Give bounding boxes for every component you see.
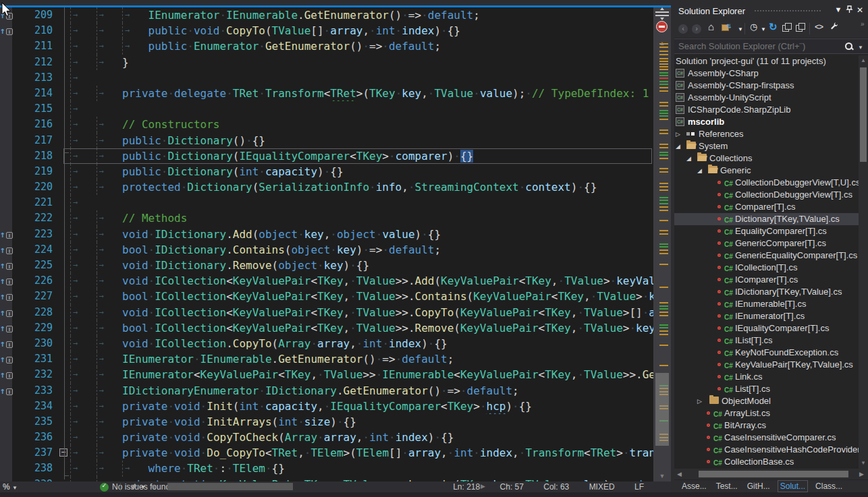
column-indicator[interactable]: Col: 63 <box>543 482 569 492</box>
chevron-down-icon[interactable]: ▼ <box>140 484 146 490</box>
code-line[interactable]: 215→ <box>0 101 653 117</box>
close-icon[interactable]: ✕ <box>855 5 865 15</box>
code-line[interactable]: 234→→private·void·Init(int·capacity,·IEq… <box>0 399 653 414</box>
code-line[interactable]: 239→→private·static·KeyValuePair<TKey,·T… <box>0 477 653 481</box>
tree-item-comparer-t-cs[interactable]: C#Comparer[T].cs <box>674 201 868 213</box>
tree-item-genericcomparer-t-cs[interactable]: C#GenericComparer[T].cs <box>674 237 868 250</box>
outlining-margin[interactable] <box>53 179 70 195</box>
tree-item-assembly-csharp-firstpass[interactable]: C#Assembly-CSharp-firstpass <box>674 80 868 92</box>
tree-item-mscorlib[interactable]: C#mscorlib <box>674 116 868 128</box>
tree-item-list-t-cs[interactable]: C#List[T].cs <box>674 383 868 395</box>
home-icon[interactable]: ⌂ <box>708 21 714 33</box>
outlining-margin[interactable] <box>53 273 70 289</box>
wrench-icon[interactable] <box>830 22 838 34</box>
outlining-margin[interactable] <box>53 367 70 382</box>
tree-horizontal-scrollbar[interactable]: ◀ ▶ <box>674 469 868 479</box>
outlining-margin[interactable] <box>53 55 70 70</box>
horizontal-scroll-thumb[interactable] <box>699 471 848 477</box>
chevron-down-icon[interactable]: ▼ <box>761 26 766 38</box>
drag-grip[interactable] <box>754 9 821 13</box>
outlining-margin[interactable] <box>53 351 70 367</box>
outlining-margin[interactable] <box>53 38 70 54</box>
outlining-margin[interactable] <box>53 258 70 273</box>
tree-item-ienumerable-t-cs[interactable]: C#IEnumerable[T].cs <box>674 298 868 310</box>
tree-item-bitarray-cs[interactable]: C#BitArray.cs <box>674 419 868 432</box>
tree-item-idictionary-tkey-tvalue-cs[interactable]: C#IDictionary[TKey,TValue].cs <box>674 286 868 298</box>
code-line[interactable]: ↑I230→→void·ICollection.CopyTo(Array·arr… <box>0 336 653 351</box>
tree-item-collectiondebuggerview-t-cs[interactable]: C#CollectionDebuggerView[T].cs <box>674 189 868 201</box>
outlining-margin[interactable] <box>53 305 70 320</box>
tree-item-caseinsensitivecomparer-cs[interactable]: C#CaseInsensitiveComparer.cs <box>674 432 868 444</box>
code-line[interactable]: ↑I223→→void·IDictionary.Add(object·key,·… <box>0 227 653 242</box>
char-indicator[interactable]: Ch: 57 <box>500 482 524 492</box>
outlining-margin[interactable] <box>53 227 70 242</box>
implements-interface-icon[interactable]: ↑I <box>0 367 12 382</box>
overflow-icon[interactable]: » <box>861 20 865 32</box>
line-indicator[interactable]: Ln: 218 <box>453 482 480 492</box>
refresh-icon[interactable]: ↻ <box>769 21 778 33</box>
outlining-margin[interactable] <box>53 164 70 179</box>
tool-tab-gith[interactable]: GitH... <box>745 481 772 492</box>
code-line[interactable]: 237−→→private·void·Do_CopyTo<TRet,·TElem… <box>0 445 653 461</box>
outlining-margin[interactable] <box>53 210 70 226</box>
forward-button[interactable]: › <box>692 23 701 35</box>
outlining-margin[interactable] <box>53 320 70 336</box>
outlining-margin[interactable] <box>53 289 70 304</box>
code-line[interactable]: ↑I232→→IEnumerator<KeyValuePair<TKey,·TV… <box>0 367 653 382</box>
tool-tab-test[interactable]: Test... <box>714 481 740 492</box>
tree-item-icsharpcode-sharpziplib[interactable]: C#ICSharpCode.SharpZipLib <box>674 104 868 116</box>
tree-item-collectionbase-cs[interactable]: C#CollectionBase.cs <box>674 456 868 468</box>
tree-item-keynotfoundexception-cs[interactable]: C#KeyNotFoundException.cs <box>674 347 868 359</box>
tool-tab-asse[interactable]: Asse... <box>680 481 709 492</box>
outlining-margin[interactable] <box>53 430 70 445</box>
pending-changes-filter-icon[interactable]: ◷ <box>750 22 757 34</box>
chevron-down-icon[interactable]: ▼ <box>858 45 863 51</box>
eol-indicator[interactable]: LF <box>634 482 644 492</box>
tree-item-genericequalitycomparer-t-cs[interactable]: C#GenericEqualityComparer[T].cs <box>674 250 868 262</box>
scroll-down-arrow[interactable]: ▼ <box>653 473 671 479</box>
implements-interface-icon[interactable]: ↑I <box>0 23 12 38</box>
code-line[interactable]: 235→→private·void·InitArrays(int·size)·{… <box>0 414 653 430</box>
expander-expanded-icon[interactable]: ◢ <box>697 165 702 177</box>
implements-interface-icon[interactable]: ↑I <box>0 351 12 367</box>
outlining-margin[interactable] <box>53 86 70 101</box>
horizontal-scroll-thumb[interactable] <box>167 483 293 490</box>
outlining-margin[interactable] <box>53 383 70 399</box>
editor-split-handle[interactable] <box>655 9 669 20</box>
code-line[interactable]: ↑I225→→void·IDictionary.Remove(object·ke… <box>0 258 653 273</box>
code-line[interactable]: 236→→private·void·CopyToCheck(Array·arra… <box>0 430 653 445</box>
tree-item-references[interactable]: ▷References <box>674 128 868 140</box>
code-line[interactable]: 217→→public·Dictionary()·{} <box>0 133 653 148</box>
encoding-indicator[interactable]: MIXED <box>589 482 615 492</box>
outlining-margin[interactable] <box>53 414 70 430</box>
implements-interface-icon[interactable]: ↑I <box>0 273 12 289</box>
tree-item-iequalitycomparer-t-cs[interactable]: C#IEqualityComparer[T].cs <box>674 322 868 334</box>
code-line[interactable]: 212→→} <box>0 55 653 70</box>
implements-interface-icon[interactable]: ↑I <box>0 305 12 320</box>
code-line[interactable]: ↑I229→→bool·ICollection<KeyValuePair<TKe… <box>0 320 653 336</box>
outlining-margin[interactable] <box>53 148 70 164</box>
code-line[interactable]: 221→ <box>0 195 653 210</box>
tool-tab-solut[interactable]: Solut... <box>778 480 808 492</box>
code-line[interactable]: 216→→// Constructors <box>0 117 653 132</box>
tree-item-system[interactable]: ◢System <box>674 140 868 152</box>
search-input[interactable] <box>677 40 832 53</box>
outlining-margin[interactable] <box>53 133 70 148</box>
implements-interface-icon[interactable]: ↑I <box>0 383 12 399</box>
expander-collapsed-icon[interactable]: ▷ <box>676 128 680 140</box>
outlining-margin[interactable] <box>53 461 70 476</box>
tree-item-collectiondebuggerview-t-u-cs[interactable]: C#CollectionDebuggerView[T,U].cs <box>674 177 868 189</box>
zoom-control[interactable]: % ▼ <box>3 482 18 492</box>
outlining-margin[interactable] <box>53 336 70 351</box>
code-line[interactable]: 211→→→public·Enumerator·GetEnumerator()·… <box>0 38 653 54</box>
tree-item-arraylist-cs[interactable]: C#ArrayList.cs <box>674 407 868 419</box>
vertical-scroll-thumb[interactable] <box>860 67 867 162</box>
scroll-right-arrow[interactable]: ▶ <box>859 471 864 477</box>
scroll-left-arrow[interactable]: ◀ <box>677 471 682 477</box>
tree-item-keyvaluepair-tkey-tvalue-cs[interactable]: C#KeyValuePair[TKey,TValue].cs <box>674 359 868 371</box>
code-line[interactable]: ↑I228→→void·ICollection<KeyValuePair<TKe… <box>0 305 653 320</box>
preview-selected-icon[interactable] <box>796 23 804 35</box>
code-line[interactable]: 214→→private·delegate·TRet·Transform<TRe… <box>0 86 653 101</box>
tree-item-ienumerator-t-cs[interactable]: C#IEnumerator[T].cs <box>674 310 868 322</box>
implements-interface-icon[interactable]: ↑I <box>0 258 12 273</box>
